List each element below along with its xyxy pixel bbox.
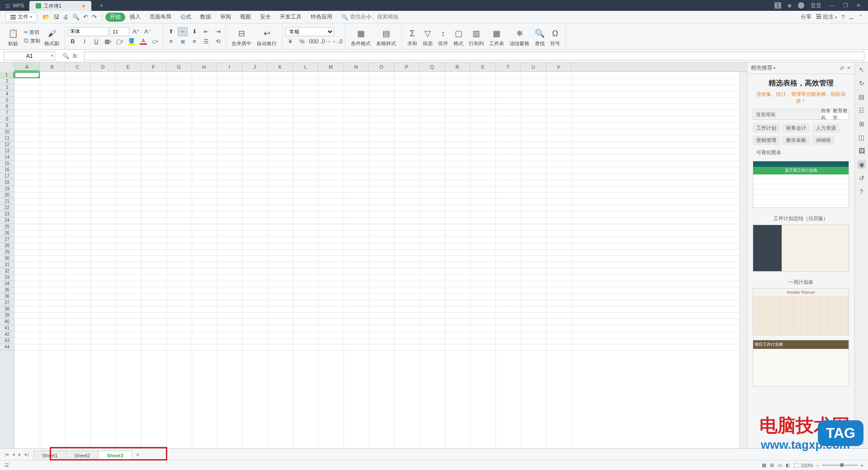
template-search[interactable]: 商务风教育教学: [753, 109, 849, 120]
minimize-button[interactable]: —: [828, 2, 837, 9]
clear-format-icon[interactable]: ◇▾: [150, 37, 160, 46]
active-cell[interactable]: [14, 72, 40, 78]
font-size-select[interactable]: [110, 27, 129, 36]
first-sheet-icon[interactable]: |◂: [4, 451, 9, 457]
row-header[interactable]: 30: [0, 255, 14, 262]
format-menu-button[interactable]: ▢格式: [451, 24, 466, 49]
name-box[interactable]: A1▾: [4, 52, 55, 61]
font-color-icon[interactable]: A: [138, 38, 148, 45]
fill-color-icon[interactable]: 🪣: [127, 38, 137, 45]
col-header[interactable]: H: [192, 62, 217, 71]
template-tag[interactable]: 可视化图表: [753, 148, 785, 157]
vertical-scrollbar[interactable]: [740, 72, 747, 448]
row-header[interactable]: 10: [0, 129, 14, 135]
row-header[interactable]: 38: [0, 306, 14, 312]
menu-插入[interactable]: 插入: [125, 11, 145, 24]
col-header[interactable]: V: [546, 62, 571, 71]
formula-input[interactable]: [84, 52, 864, 61]
row-header[interactable]: 33: [0, 274, 14, 281]
col-header[interactable]: K: [268, 62, 293, 71]
template-tag[interactable]: 工作计划: [753, 123, 780, 133]
select-tool-icon[interactable]: ↖: [857, 65, 866, 74]
align-center-icon[interactable]: ≣: [178, 37, 188, 46]
row-header[interactable]: 34: [0, 281, 14, 287]
more-icon[interactable]: ⋯: [857, 439, 866, 448]
align-right-icon[interactable]: ≡: [189, 37, 199, 46]
format-painter-button[interactable]: 🖌格式刷: [42, 26, 62, 47]
align-bottom-icon[interactable]: ⬇: [189, 27, 199, 36]
row-header[interactable]: 41: [0, 325, 14, 331]
row-header[interactable]: 26: [0, 230, 14, 236]
search-category[interactable]: 教育教学: [833, 108, 849, 121]
italic-icon[interactable]: I: [80, 37, 90, 46]
row-col-button[interactable]: ▥行和列: [466, 24, 486, 49]
row-header[interactable]: 43: [0, 338, 14, 344]
row-header[interactable]: 15: [0, 160, 14, 167]
increase-font-icon[interactable]: A⁺: [131, 27, 141, 36]
row-header[interactable]: 36: [0, 293, 14, 300]
col-header[interactable]: U: [521, 62, 546, 71]
status-menu-icon[interactable]: ☰: [5, 462, 9, 468]
sort-button[interactable]: ↕排序: [435, 24, 451, 49]
document-tab[interactable]: 工作簿1: [29, 1, 91, 11]
row-header[interactable]: 20: [0, 192, 14, 198]
page-view-icon[interactable]: ⊞: [768, 462, 776, 468]
template-card[interactable]: 员工周工作计划表: [753, 161, 849, 208]
row-header[interactable]: 1: [0, 72, 14, 78]
sum-button[interactable]: Σ求和: [405, 24, 420, 49]
next-sheet-icon[interactable]: ▸: [18, 451, 22, 457]
col-header[interactable]: S: [470, 62, 495, 71]
row-header[interactable]: 11: [0, 135, 14, 141]
row-header[interactable]: 9: [0, 122, 14, 129]
search-category[interactable]: 商务风: [821, 108, 833, 121]
menu-开发工具[interactable]: 开发工具: [275, 11, 306, 24]
template-tag[interactable]: 供销存: [812, 136, 835, 145]
redo-icon[interactable]: ↷: [92, 14, 97, 20]
comment-button[interactable]: ☰ 批注 ▾: [816, 13, 837, 21]
template-search-input[interactable]: [753, 109, 821, 119]
ribbon-options-icon[interactable]: ⚊: [849, 14, 854, 20]
last-sheet-icon[interactable]: ▸|: [24, 451, 30, 457]
row-header[interactable]: 28: [0, 243, 14, 249]
notification-badge[interactable]: 1: [774, 2, 781, 9]
analysis-icon[interactable]: ⊞: [857, 119, 866, 128]
help-icon[interactable]: ?: [841, 14, 844, 20]
template-card[interactable]: 项目工作计划表: [753, 340, 849, 387]
close-button[interactable]: ✕: [854, 2, 863, 9]
history-icon[interactable]: ↺: [857, 174, 866, 183]
number-format-select[interactable]: 常规: [285, 27, 334, 36]
row-header[interactable]: 3: [0, 85, 14, 91]
row-header[interactable]: 27: [0, 236, 14, 243]
col-header[interactable]: I: [217, 62, 242, 71]
prev-sheet-icon[interactable]: ◂: [11, 451, 16, 457]
align-middle-icon[interactable]: ↔: [178, 27, 188, 36]
col-header[interactable]: N: [344, 62, 369, 71]
row-header[interactable]: 42: [0, 331, 14, 338]
save-icon[interactable]: 🖫: [53, 14, 59, 20]
zoom-in-icon[interactable]: +: [861, 463, 863, 468]
align-left-icon[interactable]: ≡: [166, 37, 176, 46]
row-header[interactable]: 2: [0, 78, 14, 85]
fx-icon[interactable]: fx: [73, 53, 77, 59]
paste-button[interactable]: 📋粘贴: [5, 26, 21, 47]
cancel-fx-icon[interactable]: 🔍: [62, 53, 69, 59]
row-header[interactable]: 8: [0, 116, 14, 122]
row-header[interactable]: 39: [0, 312, 14, 319]
row-header[interactable]: 29: [0, 249, 14, 255]
col-header[interactable]: T: [495, 62, 521, 71]
row-header[interactable]: 7: [0, 110, 14, 116]
select-all-corner[interactable]: [0, 62, 14, 71]
decrease-font-icon[interactable]: A⁻: [143, 27, 153, 36]
find-button[interactable]: 🔍查找: [532, 24, 547, 49]
copy-button[interactable]: ⿻复制: [23, 38, 42, 44]
template-tag[interactable]: 教学表格: [783, 136, 810, 145]
row-header[interactable]: 25: [0, 224, 14, 230]
menu-数据[interactable]: 数据: [196, 11, 216, 24]
row-header[interactable]: 35: [0, 287, 14, 293]
row-header[interactable]: 17: [0, 173, 14, 179]
panel-settings-icon[interactable]: ⇄: [840, 65, 844, 71]
align-top-icon[interactable]: ⬆: [166, 27, 176, 36]
chart-icon[interactable]: ◫: [857, 133, 866, 142]
percent-icon[interactable]: %: [297, 37, 307, 46]
wrap-text-button[interactable]: ↩自动换行: [254, 24, 279, 49]
